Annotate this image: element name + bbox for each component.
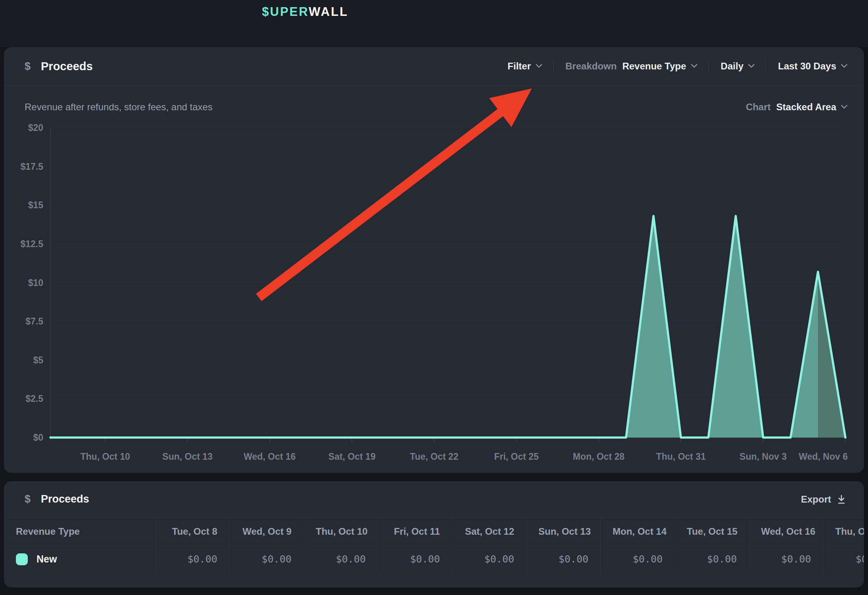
chart-card-title: Proceeds [41,60,93,73]
logo-text-teal: $UPER [262,5,309,19]
chevron-down-icon [841,102,848,109]
chevron-down-icon [691,61,697,68]
value-cell: $0.00 [378,545,452,573]
svg-text:$7.5: $7.5 [25,316,43,326]
column-header-date: Sun, Oct 13 [526,518,600,545]
controls-separator [766,60,766,73]
svg-text:$10: $10 [28,278,43,288]
y-axis-labels: $20$17.5$15$12.5$10$7.5$5$2.5$0 [20,123,43,443]
svg-text:Thu, Oct 31: Thu, Oct 31 [656,451,706,462]
svg-text:$0: $0 [33,432,43,443]
value-cell: $0.00 [526,545,600,573]
controls-separator [553,60,554,73]
breakdown-dropdown[interactable]: Breakdown Revenue Type [566,61,697,72]
export-label: Export [801,494,831,505]
table-header-row: Revenue TypeTue, Oct 8Wed, Oct 9Thu, Oct… [4,518,864,545]
svg-text:Fri, Oct 25: Fri, Oct 25 [494,451,539,462]
svg-text:$20: $20 [28,123,43,133]
chart-type-value: Stacked Area [776,102,836,113]
column-header-date: Wed, Oct 16 [749,518,823,545]
header-divider [4,85,864,86]
series-line [50,216,845,438]
table-card-header: $ Proceeds Export [4,481,864,517]
value-cell: $0.00 [823,545,864,573]
column-header-date: Thu, Oct 10 [304,518,378,545]
table-card-title: Proceeds [41,493,89,505]
logo-text-white: WALL [309,5,348,19]
column-header-date: Fri, Oct 11 [378,518,452,545]
chart-controls: Filter Breakdown Revenue Type Daily Last… [508,60,847,73]
chart-type-label: Chart [746,102,771,113]
proceeds-chart-card: $ Proceeds Filter Breakdown Revenue Type… [4,47,864,473]
date-range-value: Last 30 Days [778,61,836,72]
series-color-swatch [16,553,28,565]
svg-text:Wed, Nov 6: Wed, Nov 6 [799,451,848,462]
chart-card-header: $ Proceeds Filter Breakdown Revenue Type… [4,47,864,85]
area-series [50,216,845,438]
chart-meta-row: Revenue after refunds, store fees, and t… [4,102,864,113]
value-cell: $0.00 [600,545,675,573]
column-header-date: Sat, Oct 12 [452,518,526,545]
value-cell: $0.00 [675,545,749,573]
proceeds-table: Revenue TypeTue, Oct 8Wed, Oct 9Thu, Oct… [4,517,864,573]
chart-type-dropdown[interactable]: Chart Stacked Area [746,102,847,113]
date-range-dropdown[interactable]: Last 30 Days [778,61,847,72]
svg-text:Sun, Nov 3: Sun, Nov 3 [739,451,787,462]
column-header-date: Thu, Oct 17 [823,518,864,545]
chevron-down-icon [748,61,755,68]
table-row: New$0.00$0.00$0.00$0.00$0.00$0.00$0.00$0… [4,545,864,573]
column-header-date: Mon, Oct 14 [600,518,675,545]
granularity-dropdown[interactable]: Daily [721,61,754,72]
svg-text:$12.5: $12.5 [20,239,43,249]
breakdown-value: Revenue Type [622,61,686,72]
axis-lines [50,128,845,441]
controls-separator [708,60,709,73]
chart-card-title-group: $ Proceeds [25,60,93,73]
export-button[interactable]: Export [801,494,847,505]
column-header-date: Tue, Oct 15 [675,518,749,545]
value-cell: $0.00 [229,545,304,573]
column-header-date: Wed, Oct 9 [229,518,304,545]
filter-label: Filter [508,61,531,72]
chevron-down-icon [535,61,542,68]
granularity-value: Daily [721,61,743,72]
value-cell: $0.00 [155,545,229,573]
filter-dropdown[interactable]: Filter [508,61,541,72]
row-label: New [37,553,57,565]
dollar-icon: $ [25,493,31,505]
svg-text:Mon, Oct 28: Mon, Oct 28 [573,451,625,462]
svg-text:$15: $15 [28,200,44,210]
value-cell: $0.00 [749,545,823,573]
svg-text:Thu, Oct 10: Thu, Oct 10 [81,451,130,462]
row-label-cell: New [4,545,155,573]
chart-subtitle: Revenue after refunds, store fees, and t… [25,102,213,113]
top-nav-bar: $UPERWALL [0,0,868,47]
download-icon [836,494,847,505]
superwall-logo[interactable]: $UPERWALL [262,5,348,19]
svg-text:$17.5: $17.5 [20,161,43,172]
svg-text:Sun, Oct 13: Sun, Oct 13 [162,451,213,462]
svg-text:Tue, Oct 22: Tue, Oct 22 [410,451,458,462]
value-cell: $0.00 [304,545,378,573]
column-header-revenue-type: Revenue Type [4,518,155,545]
proceeds-table-card: $ Proceeds Export Revenue TypeTue, Oct 8… [4,481,864,587]
area-series-partial [818,272,845,438]
svg-text:$2.5: $2.5 [25,393,43,404]
table-card-title-group: $ Proceeds [25,493,89,505]
column-header-date: Tue, Oct 8 [155,518,229,545]
svg-text:$5: $5 [33,355,43,365]
chevron-down-icon [841,61,848,68]
svg-text:Wed, Oct 16: Wed, Oct 16 [244,451,296,462]
breakdown-label: Breakdown [566,61,617,72]
grid-lines [50,128,845,399]
x-axis-labels: Thu, Oct 10Sun, Oct 13Wed, Oct 16Sat, Oc… [81,438,848,462]
svg-text:Sat, Oct 19: Sat, Oct 19 [328,451,375,462]
dollar-icon: $ [25,60,31,73]
value-cell: $0.00 [452,545,526,573]
